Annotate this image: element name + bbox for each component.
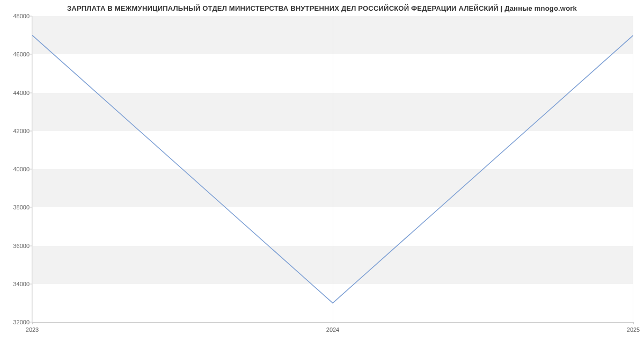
y-tick-label: 44000: [8, 90, 30, 96]
y-tick-label: 32000: [8, 319, 30, 325]
y-tick-label: 34000: [8, 281, 30, 287]
plot-area: 32000 34000 36000 38000 40000 42000 4400…: [32, 16, 633, 322]
y-tick-label: 46000: [8, 52, 30, 57]
y-tick-mark: [30, 207, 32, 208]
chart-title: ЗАРПЛАТА В МЕЖМУНИЦИПАЛЬНЫЙ ОТДЕЛ МИНИСТ…: [0, 4, 644, 12]
y-tick-mark: [30, 245, 32, 246]
x-tick-label: 2025: [627, 326, 640, 333]
y-tick-mark: [30, 169, 32, 170]
y-tick-label: 42000: [8, 128, 30, 134]
x-tick-mark: [633, 322, 634, 324]
y-tick-mark: [30, 130, 32, 131]
y-tick-mark: [30, 92, 32, 93]
y-tick-label: 38000: [8, 205, 30, 210]
x-tick-label: 2024: [326, 326, 339, 333]
y-tick-mark: [30, 54, 32, 55]
x-tick-label: 2023: [26, 326, 39, 333]
y-tick-label: 36000: [8, 243, 30, 249]
y-tick-label: 48000: [8, 13, 30, 19]
x-tick-mark: [333, 322, 333, 324]
y-tick-mark: [30, 283, 32, 284]
line-series: [32, 16, 633, 322]
y-tick-mark: [30, 16, 32, 17]
y-tick-label: 40000: [8, 166, 30, 172]
x-tick-mark: [32, 322, 33, 324]
